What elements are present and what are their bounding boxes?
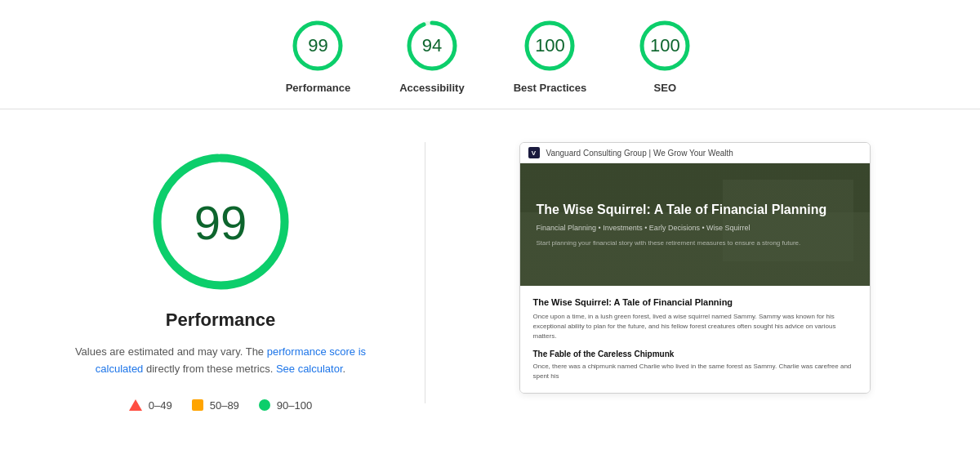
preview-body: The Wise Squirrel: A Tale of Financial P… [520, 286, 870, 393]
score-circle-best-practices: 100 [520, 16, 579, 75]
score-number-best-practices: 100 [535, 35, 565, 56]
webpage-preview: V Vanguard Consulting Group | We Grow Yo… [519, 142, 871, 394]
score-label-performance: Performance [286, 82, 350, 94]
score-item-accessibility: 94 Accessibility [399, 16, 465, 94]
medium-score-icon [192, 399, 203, 411]
score-label-accessibility: Accessibility [399, 82, 465, 94]
low-score-icon [129, 399, 142, 411]
legend-medium-range: 50–89 [210, 399, 239, 412]
legend-low-range: 0–49 [149, 399, 172, 412]
preview-site-name: Vanguard Consulting Group | We Grow Your… [546, 149, 733, 158]
score-legend: 0–49 50–89 90–100 [129, 399, 312, 412]
high-score-icon [259, 399, 270, 411]
desc-prefix: Values are estimated and may vary. The [75, 345, 267, 358]
legend-item-high: 90–100 [259, 399, 312, 412]
score-circle-performance: 99 [288, 16, 347, 75]
section-title: The Fable of the Careless Chipmunk [533, 350, 857, 358]
score-item-best-practices: 100 Best Practices [514, 16, 587, 94]
score-item-seo: 100 SEO [635, 16, 694, 94]
hero-desc: Start planning your financial story with… [537, 238, 853, 247]
legend-item-low: 0–49 [129, 399, 172, 412]
score-number-accessibility: 94 [422, 35, 442, 56]
article-text: Once upon a time, in a lush green forest… [533, 312, 857, 341]
preview-topbar: V Vanguard Consulting Group | We Grow Yo… [520, 143, 870, 163]
score-circle-accessibility: 94 [403, 16, 461, 75]
legend-item-medium: 50–89 [192, 399, 239, 412]
scores-bar: 99 Performance 94 Accessibility 100 Best [0, 0, 980, 109]
score-circle-seo: 100 [635, 16, 694, 75]
hero-content: The Wise Squirrel: A Tale of Financial P… [537, 202, 853, 247]
desc-suffix: . [343, 363, 346, 375]
hero-subtitle: Financial Planning • Investments • Early… [537, 224, 853, 232]
score-number-seo: 100 [650, 35, 680, 56]
right-panel: V Vanguard Consulting Group | We Grow Yo… [458, 134, 931, 394]
score-label-seo: SEO [654, 82, 676, 94]
legend-high-range: 90–100 [277, 399, 312, 412]
big-score-value: 99 [194, 194, 247, 249]
performance-description: Values are estimated and may vary. The p… [74, 344, 368, 378]
score-item-performance: 99 Performance [286, 16, 350, 94]
section-text: Once, there was a chipmunk named Charlie… [533, 362, 857, 381]
vertical-divider [425, 142, 425, 403]
hero-title: The Wise Squirrel: A Tale of Financial P… [537, 202, 853, 219]
preview-hero: The Wise Squirrel: A Tale of Financial P… [520, 163, 870, 286]
article-title: The Wise Squirrel: A Tale of Financial P… [533, 297, 857, 307]
score-label-best-practices: Best Practices [514, 82, 587, 94]
preview-favicon: V [528, 147, 540, 158]
desc-middle: directly from these metrics. [143, 363, 276, 375]
main-content: 99 Performance Values are estimated and … [0, 109, 980, 436]
score-number-performance: 99 [308, 35, 327, 56]
calculator-link[interactable]: See calculator [276, 363, 343, 375]
left-panel: 99 Performance Values are estimated and … [49, 134, 392, 412]
performance-title: Performance [166, 309, 276, 331]
performance-score-circle: 99 [149, 150, 292, 293]
